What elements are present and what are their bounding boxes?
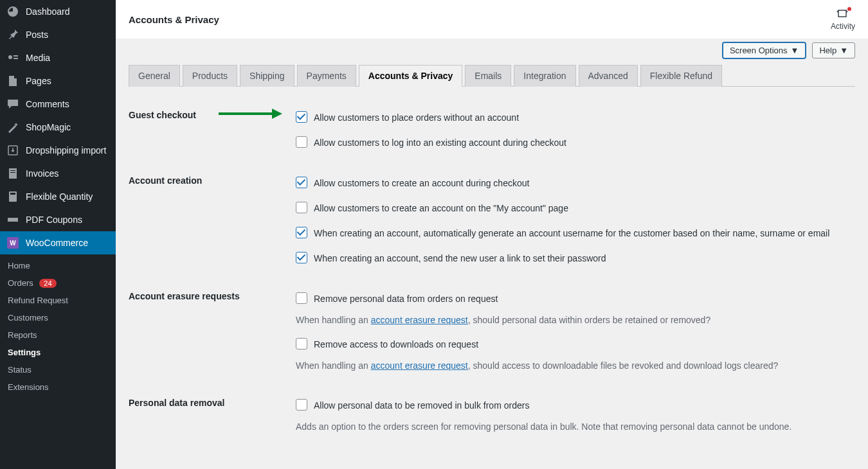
link-erasure-request-1[interactable]: account erasure request xyxy=(371,315,468,325)
checkbox-login-checkout[interactable] xyxy=(296,136,307,148)
account-creation-heading: Account creation xyxy=(129,168,296,283)
page-icon xyxy=(6,75,19,87)
svg-rect-3 xyxy=(10,170,15,171)
caret-down-icon: ▼ xyxy=(840,46,848,55)
screen-options-button[interactable]: Screen Options ▼ xyxy=(723,42,806,58)
submenu-settings[interactable]: Settings xyxy=(0,344,116,361)
tab-products[interactable]: Products xyxy=(183,65,237,87)
sidebar-label: Invoices xyxy=(26,168,59,179)
annotation-arrow-head xyxy=(272,109,282,119)
tab-accounts-privacy[interactable]: Accounts & Privacy xyxy=(359,65,463,87)
submenu-orders[interactable]: Orders 24 xyxy=(0,274,116,292)
comment-icon xyxy=(6,98,19,111)
invoice-icon xyxy=(6,167,19,180)
woocommerce-icon: W xyxy=(6,236,19,249)
label-create-myaccount: Allow customers to create an account on … xyxy=(314,202,568,215)
tab-shipping[interactable]: Shipping xyxy=(240,65,294,87)
tab-advanced[interactable]: Advanced xyxy=(579,65,638,87)
submenu-refund[interactable]: Refund Request xyxy=(0,292,116,309)
activity-button[interactable]: Activity xyxy=(831,8,855,31)
submenu-reports[interactable]: Reports xyxy=(0,326,116,344)
sidebar-item-pages[interactable]: Pages xyxy=(0,69,116,93)
admin-sidebar: Dashboard Posts Media Pages Comments Sho… xyxy=(0,0,116,469)
sidebar-item-media[interactable]: Media xyxy=(0,46,116,69)
wand-icon xyxy=(6,121,19,134)
desc-remove-downloads: When handling an account erasure request… xyxy=(296,360,849,381)
submenu-status[interactable]: Status xyxy=(0,361,116,378)
label-remove-order-data: Remove personal data from orders on requ… xyxy=(314,292,498,306)
help-button[interactable]: Help ▼ xyxy=(812,42,855,58)
caret-down-icon: ▼ xyxy=(791,46,799,55)
sidebar-item-posts[interactable]: Posts xyxy=(0,23,116,46)
sidebar-label: WooCommerce xyxy=(26,237,88,249)
label-password-link: When creating an account, send the new u… xyxy=(314,252,606,265)
settings-tabs: General Products Shipping Payments Accou… xyxy=(129,65,855,87)
sidebar-label: PDF Coupons xyxy=(26,214,82,226)
removal-heading: Personal data removal xyxy=(129,390,296,451)
checkbox-remove-downloads[interactable] xyxy=(296,338,307,350)
label-auto-username: When creating an account, automatically … xyxy=(314,227,829,240)
tab-payments[interactable]: Payments xyxy=(297,65,356,87)
dashboard-icon xyxy=(6,5,19,18)
calculator-icon xyxy=(6,190,19,203)
sidebar-label: Flexible Quantity xyxy=(26,191,93,202)
screen-options-label: Screen Options xyxy=(730,46,788,55)
checkbox-guest-orders[interactable] xyxy=(296,111,307,123)
notification-dot xyxy=(847,7,851,11)
checkbox-password-link[interactable] xyxy=(296,252,307,263)
label-login-checkout: Allow customers to log into an existing … xyxy=(314,136,566,150)
sidebar-label: Pages xyxy=(26,75,51,87)
guest-checkout-heading: Guest checkout xyxy=(129,102,296,168)
page-title: Accounts & Privacy xyxy=(129,14,219,25)
coupon-icon xyxy=(6,213,19,226)
sidebar-item-dropshipping[interactable]: Dropshipping import xyxy=(0,139,116,162)
options-row: Screen Options ▼ Help ▼ xyxy=(116,39,868,58)
svg-point-0 xyxy=(8,55,12,59)
main-content: Accounts & Privacy Activity Screen Optio… xyxy=(116,0,868,469)
media-icon xyxy=(6,51,19,64)
sidebar-label: Posts xyxy=(26,29,48,40)
svg-rect-7 xyxy=(838,10,846,17)
checkbox-create-checkout[interactable] xyxy=(296,177,307,188)
submenu-label: Orders xyxy=(8,278,33,288)
checkbox-remove-order-data[interactable] xyxy=(296,292,307,304)
label-bulk-removal: Allow personal data to be removed in bul… xyxy=(314,399,529,412)
checkbox-auto-username[interactable] xyxy=(296,227,307,238)
label-remove-downloads: Remove access to downloads on request xyxy=(314,338,478,351)
label-guest-orders: Allow customers to place orders without … xyxy=(314,111,519,125)
checkbox-create-myaccount[interactable] xyxy=(296,202,307,213)
desc-remove-order-data: When handling an account erasure request… xyxy=(296,315,849,335)
help-label: Help xyxy=(819,46,836,55)
sidebar-item-flexqty[interactable]: Flexible Quantity xyxy=(0,185,116,208)
activity-label: Activity xyxy=(831,22,855,31)
sidebar-item-invoices[interactable]: Invoices xyxy=(0,162,116,185)
submenu-extensions[interactable]: Extensions xyxy=(0,378,116,396)
submenu-home[interactable]: Home xyxy=(0,257,116,274)
svg-rect-6 xyxy=(10,193,15,195)
pin-icon xyxy=(6,28,19,41)
link-erasure-request-2[interactable]: account erasure request xyxy=(371,360,468,371)
sidebar-item-pdfcoupons[interactable]: PDF Coupons xyxy=(0,208,116,231)
tab-integration[interactable]: Integration xyxy=(514,65,575,87)
label-create-checkout: Allow customers to create an account dur… xyxy=(314,177,529,190)
sidebar-label: Dropshipping import xyxy=(26,145,106,156)
checkbox-bulk-removal[interactable] xyxy=(296,399,307,411)
woocommerce-submenu: Home Orders 24 Refund Request Customers … xyxy=(0,254,116,401)
erasure-heading: Account erasure requests xyxy=(129,283,296,390)
settings-content: General Products Shipping Payments Accou… xyxy=(116,58,868,469)
svg-rect-4 xyxy=(10,172,15,173)
tab-emails[interactable]: Emails xyxy=(465,65,511,87)
tab-flexible-refund[interactable]: Flexible Refund xyxy=(640,65,722,87)
svg-rect-2 xyxy=(9,168,17,179)
sidebar-item-shopmagic[interactable]: ShopMagic xyxy=(0,116,116,139)
sidebar-item-comments[interactable]: Comments xyxy=(0,93,116,116)
sidebar-item-dashboard[interactable]: Dashboard xyxy=(0,0,116,23)
submenu-customers[interactable]: Customers xyxy=(0,309,116,326)
top-bar: Accounts & Privacy Activity xyxy=(116,0,868,39)
sidebar-label: Dashboard xyxy=(26,6,70,17)
tab-general[interactable]: General xyxy=(129,65,180,87)
activity-icon xyxy=(836,8,849,22)
import-icon xyxy=(6,144,19,157)
sidebar-item-woocommerce[interactable]: W WooCommerce xyxy=(0,231,116,254)
orders-badge: 24 xyxy=(39,279,56,288)
